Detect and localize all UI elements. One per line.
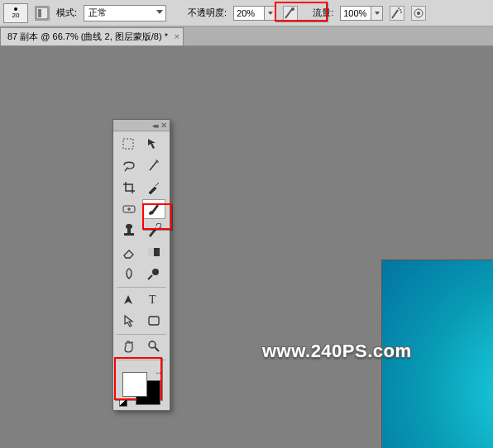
- svg-text:T: T: [149, 293, 156, 306]
- crop-tool[interactable]: [117, 178, 141, 198]
- svg-rect-10: [124, 233, 134, 236]
- shape-tool[interactable]: [142, 311, 165, 331]
- opacity-label: 不透明度:: [188, 7, 227, 19]
- eraser-tool[interactable]: [117, 242, 141, 262]
- document-tab-bar: 87 副本 @ 66.7% (曲线 2, 图层蒙版/8) * ×: [0, 26, 493, 46]
- watermark-text: www.240PS.com: [262, 341, 412, 362]
- smudge-tool[interactable]: [117, 264, 141, 284]
- opacity-input[interactable]: 20%: [233, 6, 276, 21]
- gradient-tool[interactable]: [142, 242, 165, 262]
- svg-point-3: [400, 9, 401, 11]
- airbrush-icon[interactable]: [390, 6, 404, 21]
- panel-header[interactable]: ◂◂ ✕: [113, 120, 170, 131]
- svg-rect-1: [38, 9, 41, 17]
- highlight-opacity: [275, 2, 328, 21]
- zoom-tool[interactable]: [142, 336, 165, 356]
- mode-dropdown[interactable]: 正常: [84, 5, 166, 21]
- stamp-tool[interactable]: [117, 221, 141, 241]
- path-select-tool[interactable]: [117, 311, 141, 331]
- svg-point-4: [400, 12, 402, 13]
- options-bar: 20 模式: 正常 不透明度: 20% 流量: 100%: [0, 0, 493, 26]
- move-tool[interactable]: [142, 135, 165, 155]
- panel-close-icon[interactable]: ✕: [160, 121, 167, 130]
- svg-point-15: [152, 269, 159, 275]
- svg-rect-8: [123, 139, 133, 149]
- flow-input[interactable]: 100%: [340, 6, 383, 21]
- text-tool[interactable]: T: [142, 289, 165, 309]
- document-tab[interactable]: 87 副本 @ 66.7% (曲线 2, 图层蒙版/8) * ×: [0, 27, 184, 45]
- pressure-size-icon[interactable]: [411, 6, 426, 21]
- collapse-icon[interactable]: ◂◂: [152, 122, 157, 130]
- svg-rect-14: [148, 248, 154, 256]
- wand-tool[interactable]: [142, 156, 165, 176]
- heal-tool[interactable]: [117, 199, 141, 219]
- brush-preset-picker[interactable]: 20: [3, 3, 28, 23]
- toggle-panel-icon[interactable]: [35, 6, 50, 21]
- highlight-brush: [142, 203, 172, 230]
- svg-point-18: [149, 341, 156, 348]
- eyedropper-tool[interactable]: [142, 178, 165, 198]
- lasso-tool[interactable]: [117, 156, 141, 176]
- svg-point-7: [417, 12, 420, 15]
- dodge-tool[interactable]: [142, 264, 165, 284]
- svg-rect-17: [149, 317, 159, 325]
- pen-tool[interactable]: [117, 289, 141, 309]
- svg-point-5: [398, 7, 400, 9]
- canvas-area[interactable]: www.240PS.com: [0, 46, 493, 448]
- mode-label: 模式:: [56, 7, 77, 19]
- svg-point-12: [126, 224, 132, 229]
- hand-tool[interactable]: [117, 336, 141, 356]
- marquee-tool[interactable]: [117, 135, 141, 155]
- foreground-color[interactable]: [122, 372, 147, 397]
- close-icon[interactable]: ×: [175, 31, 179, 41]
